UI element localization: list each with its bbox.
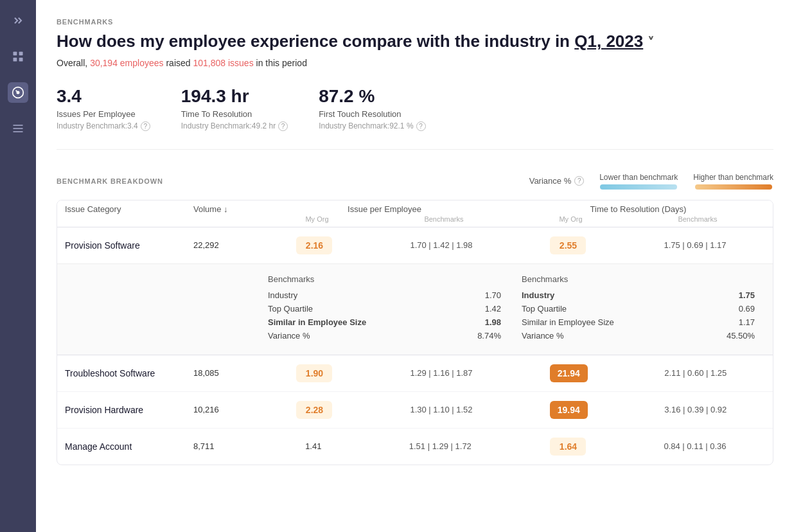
svg-rect-3 xyxy=(19,58,23,62)
col-header-ipe-subs: My Org Benchmarks xyxy=(258,215,511,223)
expanded-ipe-variance-label: Variance % xyxy=(268,331,310,341)
row-2-volume: 10,216 xyxy=(193,405,258,414)
row-3-ttr-group: 1.64 0.84 | 0.11 | 0.36 xyxy=(511,438,765,456)
row-1-ipe-bench: 1.29 | 1.16 | 1.87 xyxy=(410,368,472,378)
row-2-category: Provision Hardware xyxy=(65,405,193,415)
sidebar-icon-list[interactable] xyxy=(8,118,28,139)
sidebar-icon-forward[interactable] xyxy=(8,10,28,31)
expanded-ttr-topq-label: Top Quartile xyxy=(522,304,567,314)
benchmark-table: Issue Category Volume ↓ Issue per Employ… xyxy=(57,200,773,465)
row-2-ttr-badge: 19.94 xyxy=(550,401,588,419)
expanded-ttr-title: Benchmarks xyxy=(522,274,755,284)
row-3-category: Manage Account xyxy=(65,441,193,452)
expanded-ttr-industry: Industry 1.75 xyxy=(522,290,755,300)
expanded-ipe-industry-label: Industry xyxy=(268,290,297,300)
table-header: Issue Category Volume ↓ Issue per Employ… xyxy=(57,200,773,227)
breakdown-header: BENCHMARK BREAKDOWN Variance % ? Lower t… xyxy=(57,173,773,190)
quarter-selector[interactable]: Q1, 2023 xyxy=(574,31,643,51)
row-0-ipe-badge: 2.16 xyxy=(296,236,332,254)
row-3-ttr-badge: 1.64 xyxy=(550,438,586,456)
breakdown-label: BENCHMARK BREAKDOWN xyxy=(57,177,163,185)
kpi-time-to-resolution: 194.3 hr Time To Resolution Industry Ben… xyxy=(181,86,288,131)
expanded-ttr-variance-val: 45.50% xyxy=(727,331,755,341)
legend-lower: Lower than benchmark xyxy=(599,173,678,190)
subtitle-mid: raised xyxy=(166,58,193,68)
main-content: BENCHMARKS How does my employee experien… xyxy=(36,0,794,532)
row-2-ttr-group: 19.94 3.16 | 0.39 | 0.92 xyxy=(511,401,765,419)
row-0-ttr-group: 2.55 1.75 | 0.69 | 1.17 xyxy=(511,236,765,254)
row-1-volume: 18,085 xyxy=(193,368,258,378)
expanded-ttr-variance: Variance % 45.50% xyxy=(522,331,755,341)
expanded-ttr-variance-label: Variance % xyxy=(522,331,564,341)
variance-help-icon[interactable]: ? xyxy=(574,176,584,186)
row-2-ipe-group: 2.28 1.30 | 1.10 | 1.52 xyxy=(258,401,511,419)
expanded-ttr-topq: Top Quartile 0.69 xyxy=(522,304,755,314)
expanded-ipe-topq: Top Quartile 1.42 xyxy=(268,304,501,314)
kpi-first-touch: 87.2 % First Touch Resolution Industry B… xyxy=(319,86,425,131)
page-title: How does my employee experience compare … xyxy=(57,31,773,53)
kpi-ipe-benchmark-label: Industry Benchmark:3.4 xyxy=(57,121,138,130)
row-3-volume: 8,711 xyxy=(193,441,258,451)
table-row-0[interactable]: Provision Software 22,292 2.16 1.70 | 1.… xyxy=(57,227,773,263)
section-label: BENCHMARKS xyxy=(57,18,773,26)
expanded-ipe-variance: Variance % 8.74% xyxy=(268,331,501,341)
expanded-empty-cat xyxy=(65,274,193,344)
sidebar xyxy=(0,0,36,532)
kpi-ftr-value: 87.2 % xyxy=(319,86,425,107)
expanded-ttr-similar-val: 1.17 xyxy=(739,317,755,327)
expanded-ipe-industry: Industry 1.70 xyxy=(268,290,501,300)
col-header-volume: Volume ↓ xyxy=(193,204,258,223)
expanded-ttr-industry-val: 1.75 xyxy=(739,290,755,300)
row-1-ttr-group: 21.94 2.11 | 0.60 | 1.25 xyxy=(511,364,765,382)
row-0-ipe-bench: 1.70 | 1.42 | 1.98 xyxy=(410,240,472,250)
row-3-ipe-bench: 1.51 | 1.29 | 1.72 xyxy=(409,441,472,451)
employee-count: 30,194 employees xyxy=(90,58,163,68)
svg-rect-0 xyxy=(13,52,17,56)
table-row-3[interactable]: Manage Account 8,711 1.41 1.51 | 1.29 | … xyxy=(57,429,773,465)
row-2-ipe-bench: 1.30 | 1.10 | 1.52 xyxy=(410,405,472,414)
subtitle-prefix: Overall, xyxy=(57,58,87,68)
subtitle: Overall, 30,194 employees raised 101,808… xyxy=(57,58,773,68)
kpi-ftr-benchmark: Industry Benchmark:92.1 % ? xyxy=(319,121,425,131)
legend-higher: Higher than benchmark xyxy=(693,173,773,190)
col-header-ttr: Time to Resolution (Days) My Org Benchma… xyxy=(511,204,765,223)
expanded-ipe-section: Benchmarks Industry 1.70 Top Quartile 1.… xyxy=(258,274,511,344)
table-row-2[interactable]: Provision Hardware 10,216 2.28 1.30 | 1.… xyxy=(57,392,773,429)
expanded-ipe-similar-label: Similar in Employee Size xyxy=(268,317,366,327)
expanded-ipe-similar-val: 1.98 xyxy=(485,317,501,327)
svg-rect-2 xyxy=(13,58,17,62)
sidebar-icon-gauge[interactable] xyxy=(8,82,28,103)
kpi-ipe-value: 3.4 xyxy=(57,86,150,107)
row-0-volume: 22,292 xyxy=(193,240,258,250)
table-row-1[interactable]: Troubleshoot Software 18,085 1.90 1.29 |… xyxy=(57,355,773,392)
expanded-ttr-industry-label: Industry xyxy=(522,290,554,300)
row-3-ipe-plain: 1.41 xyxy=(297,438,329,455)
kpi-ttr-help-icon[interactable]: ? xyxy=(278,121,288,131)
expanded-ttr-topq-val: 0.69 xyxy=(739,304,755,314)
kpi-ttr-label: Time To Resolution xyxy=(181,109,288,119)
kpi-ipe-help-icon[interactable]: ? xyxy=(141,121,150,131)
variance-label: Variance % ? xyxy=(529,176,585,186)
col-header-ttr-subs: My Org Benchmarks xyxy=(511,215,765,223)
row-2-ttr-bench: 3.16 | 0.39 | 0.92 xyxy=(664,405,727,414)
ttr-benchmarks-sub: Benchmarks xyxy=(678,215,717,223)
col-header-ipe: Issue per Employee My Org Benchmarks xyxy=(258,204,511,223)
kpi-ipe-label: Issues Per Employee xyxy=(57,109,150,119)
row-1-ttr-badge: 21.94 xyxy=(550,364,588,382)
svg-point-4 xyxy=(17,91,19,93)
row-0-ipe-group: 2.16 1.70 | 1.42 | 1.98 xyxy=(258,236,511,254)
kpi-ipe-benchmark: Industry Benchmark:3.4 ? xyxy=(57,121,150,131)
kpi-ttr-benchmark-label: Industry Benchmark:49.2 hr xyxy=(181,121,276,130)
kpi-ttr-value: 194.3 hr xyxy=(181,86,288,107)
expanded-ttr-similar: Similar in Employee Size 1.17 xyxy=(522,317,755,327)
legend-lower-bar xyxy=(600,184,677,190)
legend-area: Variance % ? Lower than benchmark Higher… xyxy=(529,173,773,190)
row-1-ipe-group: 1.90 1.29 | 1.16 | 1.87 xyxy=(258,364,511,382)
kpi-row: 3.4 Issues Per Employee Industry Benchma… xyxy=(57,86,773,150)
quarter-dropdown-icon[interactable]: ˅ xyxy=(648,35,654,49)
sidebar-icon-grid[interactable] xyxy=(8,46,28,67)
ttr-my-org-sub: My Org xyxy=(559,215,582,223)
kpi-ftr-help-icon[interactable]: ? xyxy=(416,121,426,131)
expanded-empty-vol xyxy=(193,274,258,344)
subtitle-suffix: in this period xyxy=(256,58,307,68)
